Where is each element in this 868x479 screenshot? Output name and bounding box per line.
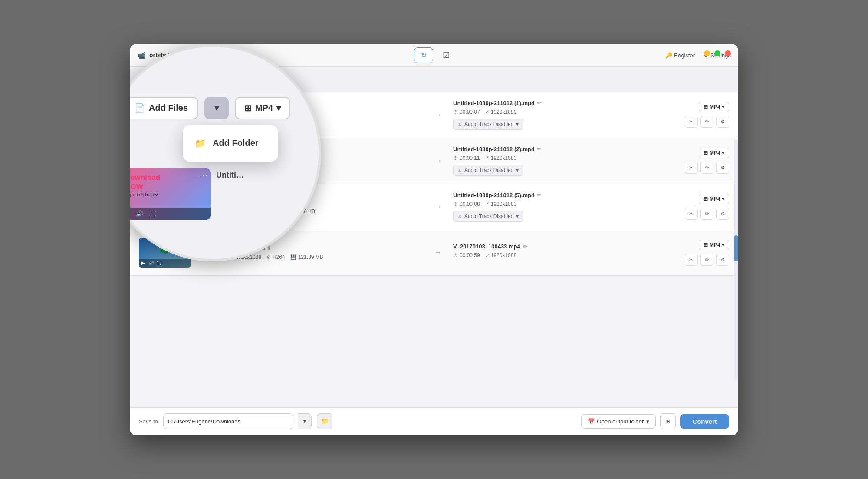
edit-button[interactable]: ✏	[700, 162, 713, 174]
info-icon[interactable]: ℹ	[267, 153, 270, 160]
row-actions: ⊞ MP4 ▾ ✂ ✏ ⚙	[685, 102, 729, 128]
source-size: 1.44 MB	[298, 162, 318, 168]
output-resolution: 1920x1080	[491, 155, 516, 161]
output-duration: 00:00:11	[460, 155, 480, 161]
codec-icon: ⚙	[266, 162, 271, 168]
output-duration: 00:00:07	[460, 109, 480, 115]
source-filename: ..d-1080p-211012 (2).mp4	[198, 153, 265, 160]
table-row: 🌲 ▶ 🔊 ⛶ ⋯ V_20170103_130433.mp4 ℹ	[130, 230, 738, 276]
thumbnail: DownloadNOW ▶ 🔊 ⛶ ⋯	[139, 146, 191, 175]
scrollbar-thumb[interactable]	[734, 235, 738, 261]
adjust-button[interactable]: ⚙	[716, 254, 729, 266]
grid-icon: ⊞	[704, 242, 708, 248]
source-codec: H264	[273, 208, 285, 215]
clock-icon: ⏱	[453, 109, 458, 115]
app-icon: 📹	[137, 51, 146, 59]
row-actions: ⊞ MP4 ▾ ✂ ✏ ⚙	[685, 240, 729, 266]
edit-button[interactable]: ✏	[700, 116, 713, 128]
expand-icon: ⤢	[230, 208, 234, 214]
codec-icon: ⚙	[266, 254, 271, 260]
audio-track-label: Audio Track Disabled	[464, 167, 513, 173]
cut-button[interactable]: ✂	[685, 162, 698, 174]
add-folder-label: Add Folder	[246, 101, 276, 108]
edit-icon[interactable]: ✏	[537, 192, 541, 198]
source-resolution: 1920x1080	[236, 208, 261, 215]
output-resolution: 1920x1088	[491, 252, 516, 258]
info-icon[interactable]: ℹ	[268, 245, 270, 251]
output-format-button[interactable]: ⊞ MP4 ▾	[699, 102, 729, 112]
info-icon[interactable]: ℹ	[282, 199, 284, 206]
register-button[interactable]: 🔑 Register	[665, 52, 695, 59]
output-format-button[interactable]: ⊞ MP4 ▾	[699, 240, 729, 250]
cut-button[interactable]: ✂	[685, 254, 698, 266]
cut-button[interactable]: ✂	[685, 116, 698, 128]
grid-icon: ⊞	[704, 104, 708, 110]
adjust-button[interactable]: ⚙	[716, 208, 729, 220]
edit-icon[interactable]: ✏	[523, 244, 527, 250]
open-output-folder-button[interactable]: 📅 Open output folder ▾	[581, 414, 656, 429]
add-folder-item[interactable]: 📁 Add Folder	[226, 96, 295, 113]
adjust-button[interactable]: ⚙	[716, 162, 729, 174]
adjust-button[interactable]: ⚙	[716, 116, 729, 128]
save-path-input[interactable]: C:\Users\Eugene\Downloads	[163, 413, 293, 429]
convert-button[interactable]: Convert	[680, 414, 729, 429]
edit-button[interactable]: ✏	[700, 254, 713, 266]
refresh-button[interactable]: ↻	[414, 47, 433, 63]
app-title: orbits Video Converter	[149, 52, 215, 59]
table-row: DownloadNOW ing a link below ▶ 🔊 ⛶ ⋯ ..o…	[130, 92, 738, 138]
clock-icon: ⏱	[453, 253, 458, 258]
folder-icon: 📁	[234, 101, 242, 108]
scrollbar-track	[734, 140, 738, 380]
expand-icon: ⤢	[485, 155, 489, 161]
source-codec: H264	[273, 162, 285, 168]
output-format-button[interactable]: ⊞ MP4 ▾	[699, 148, 729, 158]
source-duration: 00:00:59	[204, 254, 225, 260]
output-filename: Untitled-1080p-211012 (2).mp4	[453, 146, 534, 152]
source-duration: 00:00:11	[204, 162, 225, 168]
grid-view-button[interactable]: ⊞	[660, 413, 676, 429]
size-icon: 💾	[290, 208, 296, 214]
clock-icon: ⏱	[453, 202, 458, 207]
output-info: Untitled-1080p-211012 (5).mp4 ✏ ⏱ 00:00:…	[453, 192, 678, 222]
maximize-button[interactable]	[714, 50, 720, 56]
browse-folder-button[interactable]: 📁	[317, 413, 332, 429]
audio-track-button[interactable]: ♫ Audio Track Disabled ▾	[453, 165, 523, 176]
checkmark-button[interactable]: ☑	[438, 47, 454, 63]
source-size: 366 KB	[298, 208, 315, 215]
audio-track-label: Audio Track Disabled	[464, 213, 513, 219]
edit-icon[interactable]: ✏	[537, 146, 541, 152]
format-select-button[interactable]: ⊞ MP4 ▾	[214, 72, 253, 86]
arrow: →	[430, 202, 446, 211]
minimize-button[interactable]	[704, 50, 710, 56]
audio-track-button[interactable]: ♫ Audio Track Disabled ▾	[453, 119, 523, 130]
edit-button[interactable]: ✏	[700, 208, 713, 220]
source-info: V_20170103_130433.mp4 ℹ ⏱ 00:00:59 ⤢ 192…	[198, 245, 423, 260]
source-info: ..d-1080p-211012 (2).mp4 ℹ ⏱ 00:00:11 ⤢ …	[198, 153, 423, 168]
path-dropdown-button[interactable]: ▾	[298, 413, 312, 429]
audio-track-button[interactable]: ♫ Audio Track Disabled ▾	[453, 211, 523, 222]
thumbnail: ⚙⚙ ▶ 🔊 ⛶ ⋯	[139, 192, 191, 221]
file-list: DownloadNOW ing a link below ▶ 🔊 ⛶ ⋯ ..o…	[130, 92, 738, 276]
output-duration: 00:00:59	[460, 252, 480, 258]
clock-icon: ⏱	[453, 155, 458, 161]
cut-button[interactable]: ✂	[685, 208, 698, 220]
add-dropdown-menu: 📁 Add Folder	[226, 92, 295, 116]
add-dropdown-button[interactable]: ▾	[194, 71, 211, 87]
footer: Save to C:\Users\Eugene\Downloads ▾ 📁 📅 …	[130, 407, 738, 435]
size-icon: 💾	[290, 254, 296, 260]
source-size: 121.89 MB	[298, 254, 323, 260]
table-row: DownloadNOW ▶ 🔊 ⛶ ⋯ ..d-1080p-211012 (2)…	[130, 138, 738, 184]
close-button[interactable]	[725, 50, 731, 56]
expand-icon: ⤢	[485, 253, 489, 258]
clock-icon: ⏱	[198, 163, 203, 168]
file-plus-icon: 📄	[146, 76, 154, 83]
output-format-button[interactable]: ⊞ MP4 ▾	[699, 194, 729, 204]
source-resolution: 1920x1080	[236, 162, 261, 168]
edit-icon[interactable]: ✏	[537, 100, 541, 106]
output-filename: Untitled-1080p-211012 (5).mp4	[453, 192, 534, 198]
grid-icon: ⊞	[704, 196, 708, 202]
add-files-button[interactable]: 📄 Add Files	[139, 72, 191, 86]
save-to-label: Save to	[139, 418, 158, 425]
audio-track-label: Audio Track Disabled	[464, 121, 513, 127]
output-info: V_20170103_130433.mp4 ✏ ⏱ 00:00:59 ⤢ 192…	[453, 243, 678, 262]
